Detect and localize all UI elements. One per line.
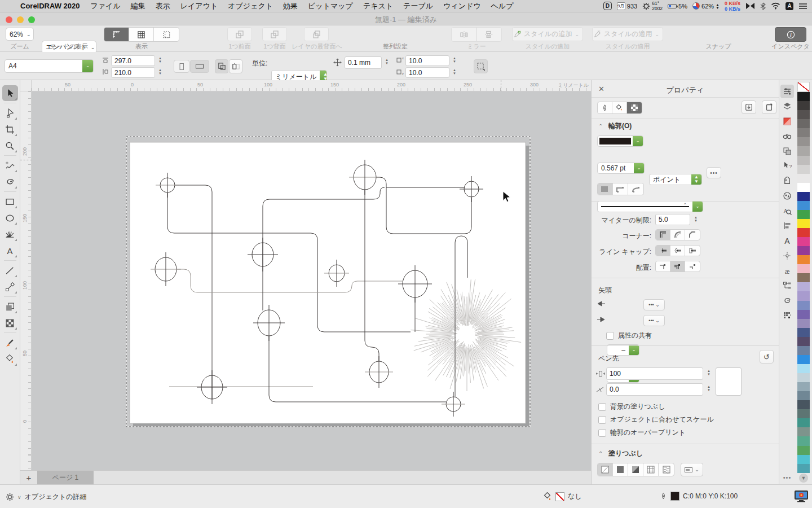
palette-swatch-2[interactable] [797, 110, 810, 119]
connector-tool[interactable] [2, 279, 18, 295]
outline-collapse-icon[interactable]: ⌃ [598, 123, 603, 129]
fill-behind-checkbox[interactable] [598, 403, 606, 411]
corner-preset-2-button[interactable] [613, 183, 628, 195]
no-color-swatch[interactable] [797, 82, 810, 92]
palette-swatch-14[interactable] [797, 219, 810, 228]
add-page-button[interactable]: + [20, 471, 37, 484]
display-settings-icon[interactable] [794, 490, 809, 502]
mirror-horizontal-button[interactable] [452, 28, 476, 41]
outline-color-swatch[interactable] [670, 492, 679, 501]
order-to-back-button[interactable] [304, 27, 329, 41]
palette-swatch-24[interactable] [797, 310, 810, 319]
palette-scroll-down-button[interactable]: ▼ [799, 474, 808, 483]
horizontal-ruler[interactable]: 50050100150200250300 ミリメートル [20, 80, 591, 91]
palette-swatch-34[interactable] [797, 400, 810, 409]
text-docker[interactable]: A [780, 234, 794, 248]
palette-swatch-39[interactable] [797, 446, 810, 455]
properties-docker[interactable] [780, 85, 794, 98]
palette-swatch-38[interactable] [797, 436, 810, 445]
fill-tab-button[interactable] [612, 102, 627, 113]
palette-swatch-12[interactable] [797, 201, 810, 210]
page-border-button[interactable] [474, 59, 488, 73]
inspector-button[interactable]: i [775, 27, 806, 42]
menu-8[interactable]: テーブル [398, 1, 438, 11]
outline-outside-button[interactable] [685, 261, 700, 271]
tag-docker[interactable] [780, 174, 794, 188]
transparency-tool[interactable] [2, 315, 18, 331]
no-fill-button[interactable] [598, 463, 613, 476]
end-arrowhead-options-button[interactable]: ••• ⌄ [643, 315, 665, 326]
duplicate-x-stepper[interactable]: ▲▼ [451, 56, 456, 63]
text-tool[interactable]: A [2, 243, 18, 259]
butt-cap-button[interactable] [656, 246, 670, 256]
curve-docker[interactable] [780, 294, 794, 308]
shaping-docker[interactable] [780, 144, 794, 158]
fill-options-button[interactable]: ⌄ [681, 463, 703, 476]
weather-status[interactable]: 61°2002 [642, 1, 663, 11]
nudge-field[interactable]: 0.1 mm [345, 56, 382, 69]
start-arrowhead-options-button[interactable]: ••• ⌄ [643, 299, 665, 310]
status-detail-chevron[interactable]: ∨ [17, 494, 21, 500]
drop-shadow-tool[interactable] [2, 299, 18, 314]
palette-swatch-29[interactable] [797, 355, 810, 364]
scale-with-object-checkbox[interactable] [598, 416, 606, 424]
palette-swatch-15[interactable] [797, 228, 810, 237]
palette-swatch-1[interactable] [797, 101, 810, 110]
palette-swatch-13[interactable] [797, 210, 810, 219]
palette-swatch-25[interactable] [797, 319, 810, 328]
palette-swatch-18[interactable] [797, 255, 810, 264]
pick-tool[interactable] [2, 85, 18, 101]
drawing-workspace[interactable] [32, 91, 591, 470]
grid-toggle-button[interactable] [129, 28, 154, 41]
duplicate-y-field[interactable]: 10.0 [405, 67, 449, 78]
whats-this-docker[interactable]: ? [780, 159, 794, 173]
palette-swatch-8[interactable] [797, 165, 810, 174]
square-cap-button[interactable] [685, 246, 700, 256]
miter-corner-button[interactable] [656, 230, 670, 240]
bowtie-icon[interactable] [745, 2, 755, 10]
palette-swatch-30[interactable] [797, 364, 810, 373]
nib-angle-stepper[interactable]: ▲▼ [705, 385, 710, 392]
outline-style-more-button[interactable]: ••• [707, 167, 721, 178]
style-add-button[interactable]: スタイルの追加⌄ [512, 27, 583, 41]
input-source-icon[interactable]: A [785, 2, 793, 10]
overprint-outline-checkbox[interactable] [598, 429, 606, 437]
palette-swatch-9[interactable] [797, 174, 810, 183]
page-height-field[interactable]: 210.0 [111, 67, 155, 78]
menu-7[interactable]: テキスト [358, 1, 398, 11]
palette-swatch-22[interactable] [797, 291, 810, 300]
palette-swatch-11[interactable] [797, 192, 810, 201]
ellipse-tool[interactable] [2, 210, 18, 226]
texture-fill-button[interactable] [659, 463, 674, 476]
freehand-tool[interactable] [2, 157, 18, 173]
menu-10[interactable]: ヘルプ [486, 1, 519, 11]
style-apply-button[interactable]: スタイルの適用⌄ [592, 27, 663, 41]
landscape-button[interactable] [190, 60, 209, 73]
palette-swatch-5[interactable] [797, 137, 810, 146]
objects-docker[interactable] [780, 99, 794, 113]
menu-9[interactable]: ウィンドウ [438, 1, 486, 11]
pixels-docker[interactable] [780, 309, 794, 322]
document-drawing[interactable] [32, 91, 591, 470]
menu-6[interactable]: ビットマップ [303, 1, 358, 11]
corner-preset-1-button[interactable] [598, 183, 613, 195]
portrait-button[interactable] [174, 60, 189, 73]
round-corner-button[interactable] [670, 230, 685, 240]
order-backward-button[interactable] [262, 27, 287, 41]
vertical-ruler[interactable]: 200150100500 [20, 91, 32, 470]
outline-centered-button[interactable] [670, 261, 685, 271]
nudge-stepper[interactable]: ▲▼ [383, 58, 389, 65]
battery-status[interactable]: 5% [668, 3, 687, 10]
wifi-icon[interactable] [771, 2, 780, 10]
crop-tool[interactable] [2, 121, 18, 137]
glyphs-docker[interactable]: æ [780, 264, 794, 278]
transparency-tab-button[interactable] [627, 102, 642, 113]
palette-swatch-27[interactable] [797, 337, 810, 346]
palette-swatch-16[interactable] [797, 237, 810, 246]
page-tab-1[interactable]: ページ 1 [37, 471, 94, 484]
menu-1[interactable]: 編集 [126, 1, 151, 11]
palette-swatch-31[interactable] [797, 373, 810, 382]
font-search-docker[interactable]: A [780, 204, 794, 218]
app-menu[interactable]: CorelDRAW 2020 [15, 2, 85, 10]
polygon-tool[interactable] [2, 226, 18, 242]
